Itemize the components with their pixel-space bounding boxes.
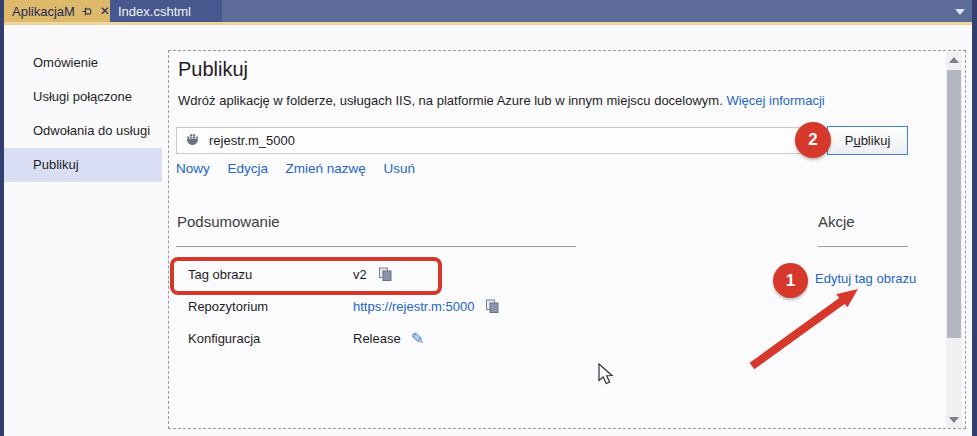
row-label: Konfiguracja <box>188 331 353 346</box>
container-registry-icon <box>185 132 200 150</box>
publish-button[interactable]: Publikuj <box>827 126 908 155</box>
image-tag-value: v2 <box>353 267 367 282</box>
configuration-value: Release <box>353 331 401 346</box>
summary-divider <box>176 246 576 247</box>
sidebar-item-uslugi-polaczone[interactable]: Usługi połączone <box>4 80 168 114</box>
vertical-scrollbar[interactable] <box>946 52 962 428</box>
delete-profile-link[interactable]: Usuń <box>383 161 415 176</box>
scroll-up-icon[interactable] <box>949 57 959 63</box>
close-icon[interactable]: ✕ <box>100 4 110 18</box>
scroll-down-icon[interactable] <box>949 417 959 423</box>
tab-label: AplikacjaM <box>12 4 75 19</box>
page-description: Wdróż aplikację w folderze, usługach IIS… <box>178 93 825 108</box>
profile-name: rejestr.m_5000 <box>209 133 295 148</box>
tab-aplikacjam[interactable]: AplikacjaM ✕ <box>4 0 110 22</box>
tab-list-chevron-icon[interactable] <box>955 9 965 15</box>
page-title: Publikuj <box>178 58 248 81</box>
actions-heading: Akcje <box>818 213 855 230</box>
pin-icon[interactable] <box>82 6 93 17</box>
annotation-step2-badge: 2 <box>795 122 831 158</box>
profile-action-links: Nowy Edycja Zmień nazwę Usuń <box>176 161 429 176</box>
description-text: Wdróż aplikację w folderze, usługach IIS… <box>178 93 723 108</box>
scrollbar-thumb[interactable] <box>947 70 961 338</box>
copy-icon[interactable] <box>378 267 392 281</box>
tab-label: Index.cshtml <box>118 4 191 19</box>
copy-icon[interactable] <box>485 299 499 313</box>
edit-profile-link[interactable]: Edycja <box>227 161 268 176</box>
window-edge-left <box>0 0 4 436</box>
sidebar-item-omowienie[interactable]: Omówienie <box>4 46 168 80</box>
learn-more-link[interactable]: Więcej informacji <box>726 93 824 108</box>
new-profile-link[interactable]: Nowy <box>176 161 210 176</box>
annotation-step1-badge: 1 <box>773 263 808 298</box>
actions-divider <box>818 246 908 247</box>
publish-profile-selector[interactable]: rejestr.m_5000 <box>176 127 822 154</box>
edit-image-tag-link[interactable]: Edytuj tag obrazu <box>815 271 916 286</box>
summary-row-repository: Repozytorium https://rejestr.m:5000 <box>188 294 618 318</box>
summary-heading: Podsumowanie <box>177 213 280 230</box>
summary-row-configuration: Konfiguracja Release ✎ <box>188 326 618 350</box>
sidebar-item-odwolania[interactable]: Odwołania do usługi <box>4 114 168 148</box>
row-label: Repozytorium <box>188 299 353 314</box>
summary-row-image-tag: Tag obrazu v2 <box>188 262 618 286</box>
window-edge-right <box>972 0 977 436</box>
publish-nav-sidebar: Omówienie Usługi połączone Odwołania do … <box>4 46 168 182</box>
sidebar-item-publikuj[interactable]: Publikuj <box>4 148 162 182</box>
rename-profile-link[interactable]: Zmień nazwę <box>286 161 366 176</box>
pencil-icon[interactable]: ✎ <box>411 329 424 348</box>
tab-index-cshtml[interactable]: Index.cshtml <box>110 0 222 22</box>
active-tab-underline <box>0 22 977 25</box>
row-label: Tag obrazu <box>188 267 353 282</box>
repository-link[interactable]: https://rejestr.m:5000 <box>353 299 474 314</box>
vs-publish-page: AplikacjaM ✕ Index.cshtml Omówienie Usłu… <box>0 0 977 436</box>
document-tab-strip: AplikacjaM ✕ Index.cshtml <box>0 0 977 22</box>
